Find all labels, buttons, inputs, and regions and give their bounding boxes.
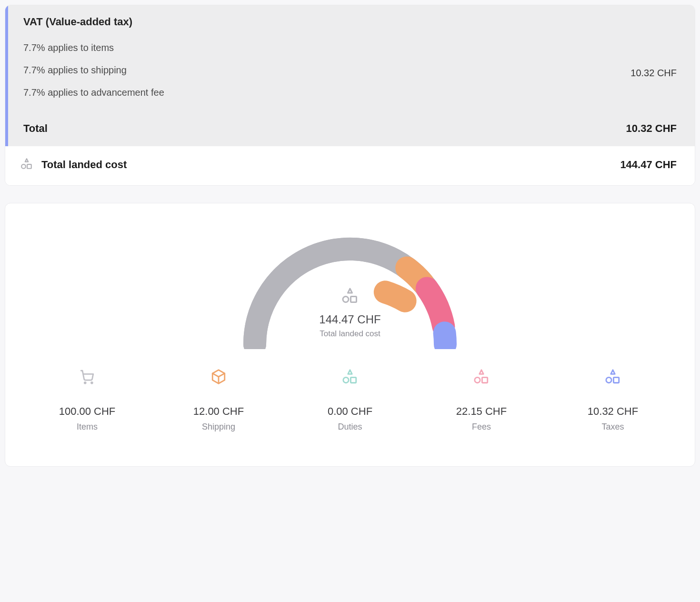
vat-body: 7.7% applies to items 7.7% applies to sh…: [8, 34, 695, 112]
breakdown-taxes-label: Taxes: [601, 422, 624, 432]
vat-line-items: 7.7% applies to items: [23, 37, 630, 59]
shapes-icon: [342, 367, 358, 386]
svg-rect-7: [350, 377, 356, 382]
breakdown-items: 100.00 CHF Items: [24, 367, 150, 432]
breakdown-duties-label: Duties: [338, 422, 362, 432]
svg-rect-3: [351, 297, 357, 302]
shapes-icon: [341, 287, 359, 306]
svg-rect-1: [27, 164, 31, 169]
vat-line-shipping: 7.7% applies to shipping: [23, 59, 630, 81]
svg-point-10: [606, 377, 611, 382]
svg-rect-9: [482, 377, 487, 382]
shapes-icon: [20, 158, 33, 172]
svg-point-4: [84, 382, 86, 383]
vat-total-row: Total 10.32 CHF: [8, 112, 695, 146]
package-icon: [210, 367, 227, 386]
vat-line-advancement: 7.7% applies to advancement fee: [23, 81, 630, 104]
svg-point-5: [91, 382, 93, 383]
breakdown-card: 144.47 CHF Total landed cost 100.00 CHF …: [5, 203, 695, 467]
breakdown-taxes-value: 10.32 CHF: [588, 405, 638, 418]
gauge-center-value: 144.47 CHF: [319, 313, 380, 326]
cart-icon: [79, 367, 95, 386]
breakdown-items-label: Items: [77, 422, 98, 432]
vat-header: VAT (Value-added tax): [8, 5, 695, 34]
shapes-icon: [473, 367, 490, 386]
total-landed-label: Total landed cost: [41, 159, 620, 171]
vat-subtotal-value: 10.32 CHF: [630, 68, 677, 79]
breakdown-shipping: 12.00 CHF Shipping: [156, 367, 281, 432]
svg-point-0: [21, 164, 26, 169]
vat-title: VAT (Value-added tax): [23, 16, 677, 28]
breakdown-duties-value: 0.00 CHF: [328, 405, 372, 418]
gauge: 144.47 CHF Total landed cost: [24, 230, 676, 339]
shapes-icon: [605, 367, 621, 386]
vat-total-label: Total: [23, 122, 48, 135]
gauge-center: 144.47 CHF Total landed cost: [319, 287, 380, 339]
svg-point-2: [343, 297, 349, 302]
breakdown-fees: 22.15 CHF Fees: [419, 367, 544, 432]
total-landed-row: Total landed cost 144.47 CHF: [5, 146, 695, 185]
breakdown-shipping-label: Shipping: [202, 422, 235, 432]
svg-point-8: [475, 377, 480, 382]
tax-summary-card: VAT (Value-added tax) 7.7% applies to it…: [5, 5, 695, 186]
breakdown-items-value: 100.00 CHF: [59, 405, 116, 418]
breakdown-fees-label: Fees: [472, 422, 491, 432]
breakdown-shipping-value: 12.00 CHF: [193, 405, 244, 418]
breakdown-row: 100.00 CHF Items 12.00 CHF Shipping: [24, 367, 676, 432]
svg-rect-11: [613, 377, 619, 382]
breakdown-taxes: 10.32 CHF Taxes: [550, 367, 676, 432]
vat-total-value: 10.32 CHF: [626, 122, 677, 135]
total-landed-value: 144.47 CHF: [620, 159, 677, 171]
breakdown-fees-value: 22.15 CHF: [456, 405, 507, 418]
svg-point-6: [343, 377, 349, 382]
vat-section: VAT (Value-added tax) 7.7% applies to it…: [5, 5, 695, 146]
gauge-center-label: Total landed cost: [320, 329, 380, 339]
breakdown-duties: 0.00 CHF Duties: [287, 367, 413, 432]
